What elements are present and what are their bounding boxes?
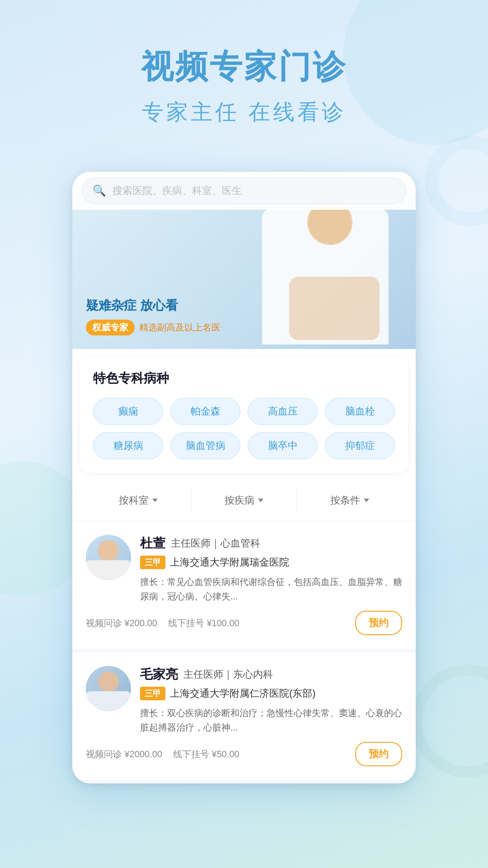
chevron-down-icon [152,499,158,502]
filter-disease-label: 按疾病 [225,494,254,507]
disease-tag[interactable]: 癫痫 [93,398,163,425]
chevron-down-icon [364,499,369,502]
filter-by-department[interactable]: 按科室 [86,489,192,512]
hospital-name-2: 上海交通大学附属仁济医院(东部) [170,687,316,700]
book-button-1[interactable]: 预约 [355,611,402,635]
doctor-name-1: 杜萱 [140,535,165,552]
hospital-name-1: 上海交通大学附属瑞金医院 [170,556,289,569]
bg-decoration-circle-bottom [411,665,488,778]
offline-price-1: 线下挂号 ¥100.00 [168,617,239,629]
book-button-2[interactable]: 预约 [355,742,402,766]
filter-condition-label: 按条件 [330,494,360,507]
banner-main-text: 疑难杂症 放心看 [86,297,221,314]
san-jia-badge-1: 三甲 [140,556,165,569]
doctor-name-row-1: 杜萱 主任医师｜心血管科 [140,535,402,552]
video-price-2: 视频问诊 ¥2000.00 [86,748,162,760]
doctor-card-1: 杜萱 主任医师｜心血管科 三甲 上海交通大学附属瑞金医院 擅长：常见心血管疾病和… [72,521,416,652]
doctor-header-1: 杜萱 主任医师｜心血管科 三甲 上海交通大学附属瑞金医院 擅长：常见心血管疾病和… [86,535,402,611]
filter-department-label: 按科室 [119,494,149,507]
doctor-hands-shape [289,277,380,340]
avatar-face-1 [98,540,119,561]
hero-subtitle: 专家主任 在线看诊 [27,98,461,127]
disease-tag[interactable]: 糖尿病 [93,432,163,459]
disease-tag[interactable]: 脑卒中 [248,432,318,459]
section-title: 特色专科病种 [93,370,395,387]
chevron-down-icon [258,499,263,502]
doctor-card-2: 毛家亮 主任医师｜东心内科 三甲 上海交通大学附属仁济医院(东部) 擅长：双心疾… [72,652,416,783]
authority-expert-tag: 权威专家 [86,320,135,335]
disease-tag[interactable]: 帕金森 [170,398,240,425]
doctor-desc-1: 擅长：常见心血管疾病和代谢综合征，包括高血压、血脂异常、糖尿病，冠心病、心律失.… [140,575,402,604]
search-bar-wrapper: 🔍 搜索医院、疾病、科室、医生 [72,172,416,210]
disease-tag[interactable]: 脑血栓 [325,398,395,425]
filter-by-disease[interactable]: 按疾病 [192,489,297,512]
search-icon: 🔍 [93,184,106,197]
avatar-body-1 [86,560,131,580]
hero-section: 视频专家门诊 专家主任 在线看诊 [0,0,488,154]
hero-title: 视频专家门诊 [27,45,461,89]
banner-text-overlay: 疑难杂症 放心看 权威专家 精选副高及以上名医 [86,297,221,335]
offline-price-2: 线下挂号 ¥50.00 [173,748,239,760]
filter-by-condition[interactable]: 按条件 [297,489,402,512]
san-jia-badge-2: 三甲 [140,687,165,700]
tag-description: 精选副高及以上名医 [139,321,221,334]
video-price-1: 视频问诊 ¥200.00 [86,617,157,629]
banner-area: 疑难杂症 放心看 权威专家 精选副高及以上名医 [72,195,416,349]
disease-tag[interactable]: 脑血管病 [170,432,240,459]
avatar-face-2 [98,671,119,692]
doctor-avatar-1 [86,535,131,580]
price-items-2: 视频问诊 ¥2000.00 线下挂号 ¥50.00 [86,748,239,760]
price-row-1: 视频问诊 ¥200.00 线下挂号 ¥100.00 预约 [86,611,402,635]
specialty-section: 特色专科病种 癫痫帕金森高血压脑血栓糖尿病脑血管病脑卒中抑郁症 [80,356,408,473]
doctor-header-2: 毛家亮 主任医师｜东心内科 三甲 上海交通大学附属仁济医院(东部) 擅长：双心疾… [86,666,402,742]
doctor-title-1: 主任医师｜心血管科 [171,537,260,550]
phone-mockup: 11:36 5G 🔍 搜索医院、疾病、科室、医生 [72,172,416,783]
doctor-info-2: 毛家亮 主任医师｜东心内科 三甲 上海交通大学附属仁济医院(东部) 擅长：双心疾… [140,666,402,742]
disease-grid: 癫痫帕金森高血压脑血栓糖尿病脑血管病脑卒中抑郁症 [93,398,395,459]
search-placeholder: 搜索医院、疾病、科室、医生 [113,184,242,198]
doctor-avatar-2 [86,666,131,711]
doctor-name-row-2: 毛家亮 主任医师｜东心内科 [140,666,402,683]
filter-bar: 按科室 按疾病 按条件 [72,480,416,521]
avatar-body-2 [86,691,131,711]
doctor-name-2: 毛家亮 [140,666,178,683]
banner-tag: 权威专家 精选副高及以上名医 [86,320,221,335]
price-row-2: 视频问诊 ¥2000.00 线下挂号 ¥50.00 预约 [86,742,402,766]
price-items-1: 视频问诊 ¥200.00 线下挂号 ¥100.00 [86,617,239,629]
disease-tag[interactable]: 高血压 [248,398,318,425]
doctor-desc-2: 擅长：双心疾病的诊断和治疗；急慢性心律失常、窦速、心衰的心脏起搏器治疗，心脏神.… [140,706,402,735]
doctor-info-1: 杜萱 主任医师｜心血管科 三甲 上海交通大学附属瑞金医院 擅长：常见心血管疾病和… [140,535,402,611]
hospital-row-2: 三甲 上海交通大学附属仁济医院(东部) [140,687,402,700]
hospital-row-1: 三甲 上海交通大学附属瑞金医院 [140,556,402,569]
doctor-title-2: 主任医师｜东心内科 [183,668,273,681]
search-bar[interactable]: 🔍 搜索医院、疾病、科室、医生 [81,177,407,204]
disease-tag[interactable]: 抑郁症 [325,432,395,459]
